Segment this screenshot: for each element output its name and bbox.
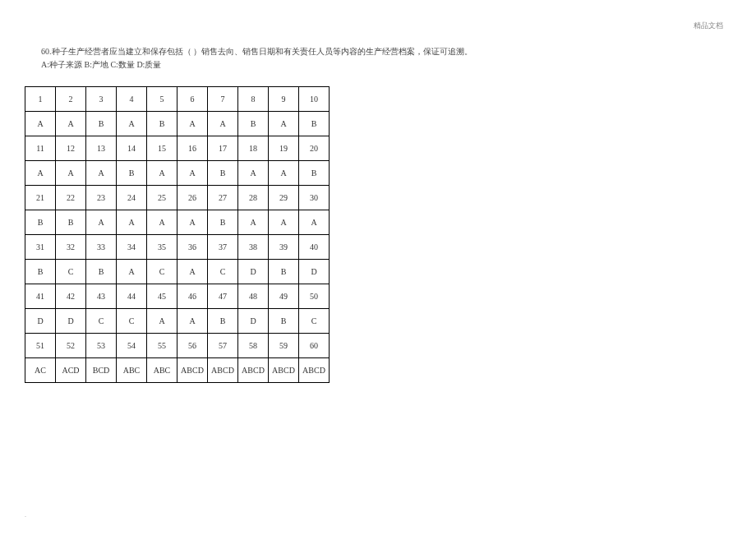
table-cell: ABC [147, 358, 177, 383]
table-cell: A [238, 210, 269, 235]
table-cell: 52 [56, 334, 86, 358]
table-cell: C [117, 309, 147, 334]
table-cell: A [147, 161, 177, 186]
table-cell: 22 [56, 186, 86, 210]
table-cell: ABCD [299, 358, 330, 383]
table-cell: 58 [238, 334, 269, 358]
table-cell: A [25, 161, 56, 186]
table-cell: D [238, 309, 269, 334]
table-row: AABABAABAB [25, 112, 330, 136]
table-cell: 23 [86, 186, 117, 210]
table-row: 51525354555657585960 [25, 334, 330, 358]
table-row: BBAAAABAAA [25, 210, 330, 235]
table-cell: B [208, 161, 238, 186]
table-cell: B [269, 309, 299, 334]
table-cell: A [56, 161, 86, 186]
table-row: 11121314151617181920 [25, 136, 330, 161]
table-cell: A [177, 161, 208, 186]
table-cell: 59 [269, 334, 299, 358]
table-cell: A [238, 161, 269, 186]
watermark-label: 精品文档 [694, 21, 723, 31]
table-cell: B [238, 112, 269, 136]
table-cell: 7 [208, 87, 238, 112]
table-cell: B [299, 161, 330, 186]
table-cell: A [269, 210, 299, 235]
table-cell: ABCD [177, 358, 208, 383]
table-cell: 51 [25, 334, 56, 358]
question-block: 60.种子生产经营者应当建立和保存包括（ ）销售去向、销售日期和有关责任人员等内… [25, 45, 731, 71]
table-cell: 5 [147, 87, 177, 112]
table-cell: A [299, 210, 330, 235]
table-cell: A [56, 112, 86, 136]
question-body: 种子生产经营者应当建立和保存包括（ ）销售去向、销售日期和有关责任人员等内容的生… [52, 47, 473, 56]
table-cell: 10 [299, 87, 330, 112]
table-row: 41424344454647484950 [25, 284, 330, 309]
table-cell: 14 [117, 136, 147, 161]
table-cell: 32 [56, 235, 86, 260]
table-cell: 56 [177, 334, 208, 358]
table-row: 21222324252627282930 [25, 186, 330, 210]
table-cell: 53 [86, 334, 117, 358]
table-cell: B [56, 210, 86, 235]
table-cell: 29 [269, 186, 299, 210]
table-cell: 41 [25, 284, 56, 309]
table-cell: ABC [117, 358, 147, 383]
table-cell: AC [25, 358, 56, 383]
table-cell: A [117, 112, 147, 136]
table-cell: A [117, 260, 147, 284]
table-cell: A [269, 112, 299, 136]
table-cell: 3 [86, 87, 117, 112]
table-cell: A [177, 260, 208, 284]
table-cell: 57 [208, 334, 238, 358]
question-number: 60. [41, 47, 52, 56]
table-cell: A [86, 161, 117, 186]
table-cell: 42 [56, 284, 86, 309]
table-row: AAABAABAAB [25, 161, 330, 186]
table-cell: 19 [269, 136, 299, 161]
table-cell: A [177, 112, 208, 136]
table-cell: B [86, 260, 117, 284]
table-cell: 54 [117, 334, 147, 358]
table-cell: 21 [25, 186, 56, 210]
table-cell: B [117, 161, 147, 186]
table-cell: 45 [147, 284, 177, 309]
table-cell: 27 [208, 186, 238, 210]
table-cell: ACD [56, 358, 86, 383]
table-cell: C [147, 260, 177, 284]
table-cell: D [25, 309, 56, 334]
table-cell: 30 [299, 186, 330, 210]
table-cell: A [177, 210, 208, 235]
table-cell: 37 [208, 235, 238, 260]
table-cell: 17 [208, 136, 238, 161]
table-cell: A [25, 112, 56, 136]
table-cell: 25 [147, 186, 177, 210]
answer-table: 12345678910AABABAABAB1112131415161718192… [25, 86, 330, 383]
table-row: DDCCAABDBC [25, 309, 330, 334]
document-content: 60.种子生产经营者应当建立和保存包括（ ）销售去向、销售日期和有关责任人员等内… [0, 0, 756, 383]
table-cell: BCD [86, 358, 117, 383]
table-cell: A [117, 210, 147, 235]
table-cell: 18 [238, 136, 269, 161]
answer-table-body: 12345678910AABABAABAB1112131415161718192… [25, 87, 330, 383]
question-text: 60.种子生产经营者应当建立和保存包括（ ）销售去向、销售日期和有关责任人员等内… [25, 45, 731, 58]
table-cell: B [208, 309, 238, 334]
table-cell: B [299, 112, 330, 136]
table-cell: 38 [238, 235, 269, 260]
table-cell: 6 [177, 87, 208, 112]
table-row: 31323334353637383940 [25, 235, 330, 260]
table-cell: 4 [117, 87, 147, 112]
table-cell: ABCD [238, 358, 269, 383]
table-cell: 36 [177, 235, 208, 260]
table-cell: B [208, 210, 238, 235]
table-cell: A [147, 309, 177, 334]
table-cell: C [56, 260, 86, 284]
table-cell: D [238, 260, 269, 284]
table-cell: 55 [147, 334, 177, 358]
table-cell: ABCD [269, 358, 299, 383]
table-cell: 60 [299, 334, 330, 358]
table-cell: 24 [117, 186, 147, 210]
table-cell: A [208, 112, 238, 136]
table-cell: 35 [147, 235, 177, 260]
table-cell: B [25, 210, 56, 235]
table-cell: 20 [299, 136, 330, 161]
